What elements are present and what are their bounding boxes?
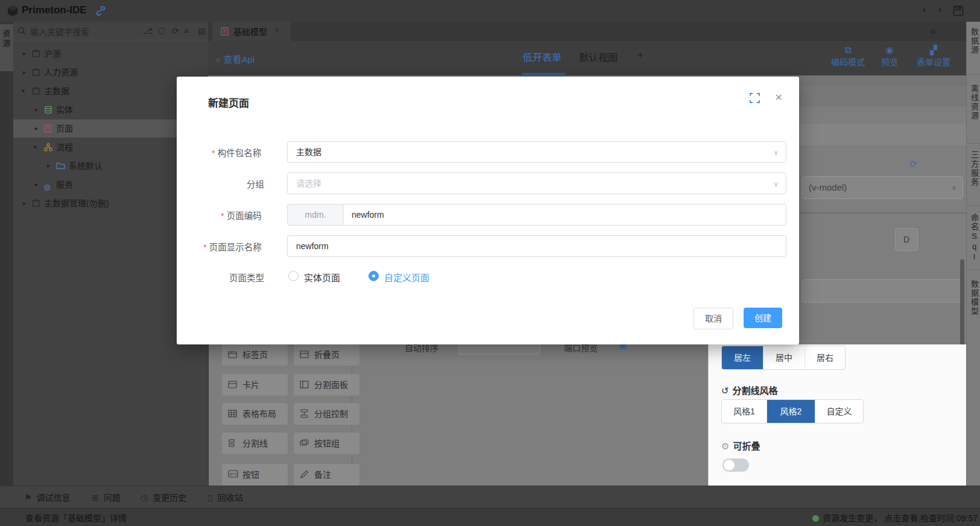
resource-change-notice[interactable]: 资源发生变更， 点击查看,检查时间:09:57 — [812, 512, 978, 524]
align-center-button[interactable]: 居中 — [763, 346, 805, 369]
bg-input[interactable] — [802, 279, 963, 303]
palette-item-group-control[interactable]: 分组控制 — [294, 403, 359, 425]
flow-icon — [44, 143, 52, 151]
tree-item-label: 实体 — [56, 101, 73, 119]
refresh-icon[interactable]: ⟳ — [172, 26, 179, 36]
statusbar-left-text: 查看资源「基础模型」详情 — [25, 512, 127, 524]
radio-label-entity-page[interactable]: 实体页面 — [304, 271, 340, 284]
palette-item-tabs[interactable]: 标签页 — [222, 344, 288, 366]
sort-icon[interactable]: ≡ — [184, 26, 189, 36]
problems-button[interactable]: ≣问题 — [92, 491, 121, 503]
fullscreen-icon[interactable] — [750, 93, 760, 103]
editor-tab-basemodel[interactable]: 基础模型 × — [212, 22, 291, 42]
expander-icon[interactable]: ▸ — [35, 119, 38, 138]
package-select[interactable]: 主数据 ∨ — [287, 141, 786, 163]
preview-button[interactable]: ◉预览 — [865, 45, 914, 68]
debug-icon: ⚑ — [24, 493, 32, 502]
expander-icon[interactable]: ▾ — [34, 138, 37, 156]
bg-panel-band — [799, 124, 966, 145]
style2-button[interactable]: 风格2 — [767, 400, 815, 423]
tab-offline-resources[interactable]: 离线资源 — [969, 84, 979, 121]
add-view-tab-button[interactable]: + — [637, 49, 643, 60]
palette-item-note[interactable]: 备注 — [294, 464, 359, 486]
page-code-input[interactable]: mdm. newform — [287, 204, 786, 226]
bg-panel-line — [799, 212, 966, 214]
cancel-button[interactable]: 取消 — [694, 308, 733, 329]
tab-datasource[interactable]: 数据源 — [969, 28, 979, 55]
bottom-toolbar: ⚑调试信息 ≣问题 ◷变更历史 ▯回收站 — [0, 486, 980, 509]
dialog-title: 新建页面 — [208, 95, 249, 110]
chevron-down-icon: ∨ — [773, 174, 779, 194]
nav-forward-icon[interactable]: › — [938, 4, 942, 16]
expander-icon[interactable]: ▸ — [23, 45, 26, 63]
view-tab-lowcode-form[interactable]: 低开表单 — [523, 49, 561, 64]
style1-button[interactable]: 风格1 — [722, 400, 767, 423]
code-mode-icon: ⧉ — [824, 45, 872, 55]
palette-item-collapse[interactable]: 折叠页 — [294, 344, 359, 366]
tree-item-label: 主数据管理(勿删) — [44, 194, 109, 212]
expander-icon[interactable]: ▸ — [23, 63, 26, 81]
palette-item-table-layout[interactable]: 表格布局 — [222, 403, 288, 425]
search-input[interactable]: 输入关键字搜索 — [30, 25, 89, 37]
nav-back-icon[interactable]: ‹ — [923, 4, 926, 16]
debug-info-button[interactable]: ⚑调试信息 — [24, 491, 71, 503]
form-settings-button[interactable]: ▞表单设置 — [909, 45, 958, 68]
package-icon — [32, 199, 40, 208]
expander-icon[interactable]: ▸ — [47, 157, 50, 175]
tab-thirdparty-services[interactable]: 三方服务 — [969, 151, 979, 187]
tab-data-model[interactable]: 数据模型 — [969, 280, 979, 316]
close-tab-icon[interactable]: × — [274, 25, 279, 35]
tabbar-menu-icon[interactable]: ≡ — [931, 26, 936, 36]
page-name-value: newform — [296, 236, 329, 256]
group-select-placeholder: 请选择 — [296, 173, 321, 194]
share-icon[interactable]: ⎇ — [143, 26, 153, 36]
add-package-icon[interactable]: ⬡ — [158, 26, 165, 36]
save-icon[interactable] — [953, 5, 964, 16]
collapsible-toggle[interactable] — [722, 458, 749, 472]
status-green-dot — [812, 515, 819, 522]
expander-icon[interactable]: ▸ — [35, 101, 38, 119]
new-page-dialog: 新建页面 × 构件包名称 主数据 ∨ 分组 请选择 ∨ 页面编码 mdm. ne… — [177, 77, 799, 344]
palette-item-button[interactable]: BTN按钮 — [222, 464, 288, 486]
tree-item-label: 系统默认 — [69, 157, 103, 175]
palette-item-split-panel[interactable]: 分割面板 — [294, 374, 359, 396]
page-code-value: newform — [352, 204, 384, 225]
import-export-icon[interactable]: ▤ — [198, 26, 206, 36]
tree-item-huzhe[interactable]: ▸ 沪浙 — [13, 45, 208, 63]
radio-entity-page[interactable] — [288, 271, 299, 281]
create-button[interactable]: 创建 — [744, 308, 782, 328]
palette-item-divider[interactable]: 分割线 — [222, 433, 288, 454]
page-name-input[interactable]: newform — [287, 235, 786, 257]
change-history-button[interactable]: ◷变更历史 — [141, 491, 186, 503]
view-api-link[interactable]: ⌕查看Api — [216, 52, 254, 65]
list-icon: ≣ — [92, 493, 99, 502]
bg-vmodel-select[interactable]: (v-model) ∨ — [802, 176, 963, 199]
custom-style-button[interactable]: 自定义 — [815, 400, 863, 423]
close-icon[interactable]: × — [775, 90, 782, 104]
tab-named-sql[interactable]: 命名Sql — [969, 214, 979, 262]
radio-custom-page[interactable] — [368, 271, 379, 281]
sidebar-tab-resources[interactable]: 资源 — [0, 24, 13, 71]
expander-icon[interactable]: ▾ — [22, 82, 25, 100]
align-left-button[interactable]: 居左 — [722, 346, 763, 369]
expander-icon[interactable]: ▸ — [35, 176, 38, 194]
field-label-page-code: 页面编码 — [221, 209, 262, 221]
palette-item-button-group[interactable]: 按钮组 — [294, 433, 359, 454]
palette-item-card[interactable]: 卡片 — [222, 374, 288, 396]
undo-icon[interactable]: ↺ — [721, 385, 729, 396]
bg-refresh-icon[interactable]: ⟳ — [909, 158, 917, 170]
radio-label-custom-page[interactable]: 自定义页面 — [384, 271, 429, 284]
search-icon — [17, 27, 26, 35]
code-mode-button[interactable]: ⧉编码模式 — [824, 45, 872, 68]
bg-d-button[interactable]: D — [895, 228, 918, 251]
view-tab-default-view[interactable]: 默认视图 — [579, 49, 618, 64]
entity-database-icon — [44, 106, 52, 114]
tree-item-label: 人力资源 — [44, 63, 78, 81]
expander-icon[interactable]: ▸ — [23, 194, 26, 212]
group-select[interactable]: 请选择 ∨ — [287, 173, 786, 194]
editor-tabbar: 基础模型 × ≡ — [208, 22, 966, 42]
recycle-bin-button[interactable]: ▯回收站 — [208, 491, 243, 503]
align-right-button[interactable]: 居右 — [805, 346, 845, 369]
link-icon[interactable] — [95, 6, 106, 16]
property-panel: 居左 居中 居右 ↺分割线风格 风格1 风格2 自定义 ⚙可折叠 — [708, 344, 967, 486]
